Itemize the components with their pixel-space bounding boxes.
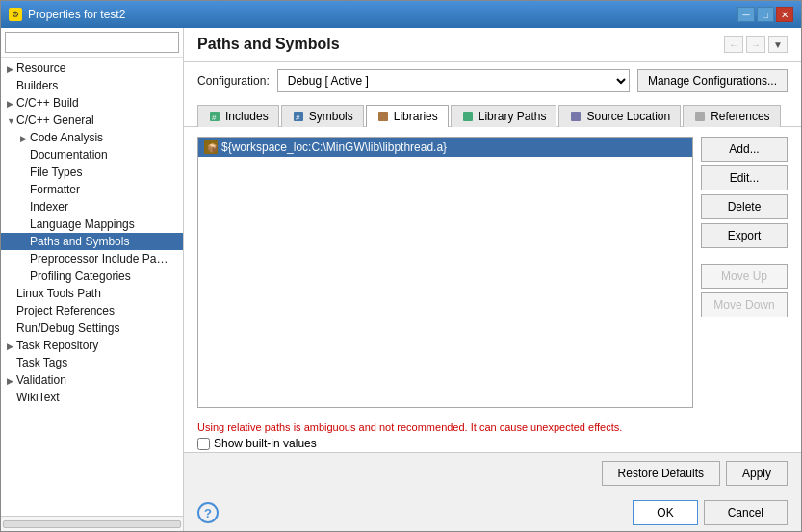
tree-item-file-types[interactable]: File Types [1,164,183,181]
horizontal-scrollbar[interactable] [3,520,181,528]
tree-item-preprocessor-include-pa[interactable]: Preprocessor Include Pa… [1,250,183,267]
includes-tab-label: Includes [225,110,269,123]
main-content: 📦${workspace_loc:C:\MinGW\lib\libpthread… [184,127,801,418]
tree-item-cc-general[interactable]: ▼C/C++ General [1,112,183,129]
source-location-tab-label: Source Location [586,110,670,123]
tree-item-project-references[interactable]: Project References [1,302,183,319]
tab-includes[interactable]: #Includes [197,105,279,127]
maximize-button[interactable]: □ [757,7,774,22]
tree-item-label: C/C++ General [16,114,94,127]
minimize-button[interactable]: ─ [737,7,755,22]
libraries-tab-icon [376,110,390,123]
tree-item-label: Indexer [30,200,68,214]
tree-item-code-analysis[interactable]: ▶Code Analysis [1,129,183,146]
edit-button[interactable]: Edit... [701,165,788,190]
restore-defaults-button[interactable]: Restore Defaults [602,461,720,486]
tree-item-language-mappings[interactable]: Language Mappings [1,215,183,233]
svg-rect-6 [571,112,581,121]
configuration-row: Configuration: Debug [ Active ] Manage C… [184,62,801,100]
close-button[interactable]: ✕ [776,7,793,22]
manage-configurations-button[interactable]: Manage Configurations... [637,69,788,92]
apply-button[interactable]: Apply [726,461,788,486]
move-up-button[interactable]: Move Up [701,264,788,289]
help-area: ? [197,500,627,525]
tree-item-task-repository[interactable]: ▶Task Repository [1,337,183,354]
libraries-tab-label: Libraries [394,110,438,123]
tab-library-paths[interactable]: Library Paths [451,105,557,127]
tree-item-profiling-categories[interactable]: Profiling Categories [1,267,183,285]
library-paths-tab-label: Library Paths [479,110,547,123]
tabs-row: #Includes#SymbolsLibrariesLibrary PathsS… [184,100,801,127]
tree-item-label: Documentation [30,148,108,162]
tree-item-label: WikiText [16,391,60,404]
delete-button[interactable]: Delete [701,194,788,219]
tree-item-label: Paths and Symbols [30,235,129,248]
export-button[interactable]: Export [701,223,788,248]
tree-item-resource[interactable]: ▶Resource [1,60,183,77]
tree-area: ▶ResourceBuilders▶C/C++ Build▼C/C++ Gene… [1,58,183,516]
list-item-icon: 📦 [204,140,218,154]
tree-item-label: Profiling Categories [30,269,131,283]
tree-item-label: Run/Debug Settings [16,321,119,335]
list-item-label: ${workspace_loc:C:\MinGW\lib\libpthread.… [221,140,447,154]
add-button[interactable]: Add... [701,137,788,162]
config-select[interactable]: Debug [ Active ] [277,69,630,92]
tree-item-wikitext[interactable]: WikiText [1,389,183,406]
search-input[interactable] [5,32,179,53]
tab-libraries[interactable]: Libraries [366,105,449,127]
svg-rect-4 [378,112,388,121]
show-builtin-row: Show built-in values [197,437,788,450]
help-button[interactable]: ? [197,502,219,523]
list-item[interactable]: 📦${workspace_loc:C:\MinGW\lib\libpthread… [198,138,692,157]
action-buttons: Add... Edit... Delete Export Move Up Mov… [701,137,788,408]
references-tab-label: References [711,110,769,123]
tab-source-location[interactable]: Source Location [558,105,681,127]
tab-references[interactable]: References [683,105,780,127]
panel-title: Paths and Symbols [197,36,724,53]
tab-symbols[interactable]: #Symbols [281,105,364,127]
tree-item-label: Task Tags [16,356,67,369]
left-panel: ▶ResourceBuilders▶C/C++ Build▼C/C++ Gene… [1,28,184,531]
content-area: ▶ResourceBuilders▶C/C++ Build▼C/C++ Gene… [1,28,801,531]
back-button[interactable]: ← [724,36,743,53]
tree-item-validation[interactable]: ▶Validation [1,371,183,389]
tree-item-rundebug-settings[interactable]: Run/Debug Settings [1,319,183,337]
ok-button[interactable]: OK [633,500,697,525]
tree-item-label: Code Analysis [30,131,103,144]
cancel-button[interactable]: Cancel [704,500,788,525]
libraries-list[interactable]: 📦${workspace_loc:C:\MinGW\lib\libpthread… [197,137,693,408]
right-panel: Paths and Symbols ← → ▼ Configuration: D… [184,28,801,531]
tree-item-paths-and-symbols[interactable]: Paths and Symbols [1,233,183,250]
includes-tab-icon: # [208,110,221,123]
library-paths-tab-icon [461,110,475,123]
window-controls: ─ □ ✕ [737,7,793,22]
nav-dropdown-button[interactable]: ▼ [768,36,788,53]
tree-item-label: Preprocessor Include Pa… [30,252,168,266]
search-box [1,28,183,58]
warning-text: Using relative paths is ambiguous and no… [197,421,788,433]
title-icon: ⚙ [9,8,22,21]
bottom-buttons: Restore Defaults Apply [184,452,801,494]
svg-text:📦: 📦 [207,142,217,153]
tree-item-cc-build[interactable]: ▶C/C++ Build [1,94,183,112]
panel-nav-buttons: ← → ▼ [724,36,788,53]
show-builtin-label: Show built-in values [214,437,317,450]
tree-item-label: C/C++ Build [16,96,79,110]
forward-button[interactable]: → [746,36,765,53]
tree-item-task-tags[interactable]: Task Tags [1,354,183,371]
scrollbar-area [1,516,183,531]
tree-item-linux-tools-path[interactable]: Linux Tools Path [1,285,183,302]
tree-item-label: Validation [16,373,66,387]
source-location-tab-icon [569,110,582,123]
tree-item-builders[interactable]: Builders [1,77,183,94]
show-builtin-checkbox[interactable] [197,438,210,450]
tree-item-documentation[interactable]: Documentation [1,146,183,164]
title-bar: ⚙ Properties for test2 ─ □ ✕ [1,1,801,28]
svg-rect-7 [695,112,705,121]
move-down-button[interactable]: Move Down [701,292,788,317]
svg-text:#: # [296,114,300,122]
tree-item-label: File Types [30,165,82,179]
tree-item-indexer[interactable]: Indexer [1,198,183,215]
tree-item-formatter[interactable]: Formatter [1,181,183,198]
symbols-tab-label: Symbols [309,110,353,123]
